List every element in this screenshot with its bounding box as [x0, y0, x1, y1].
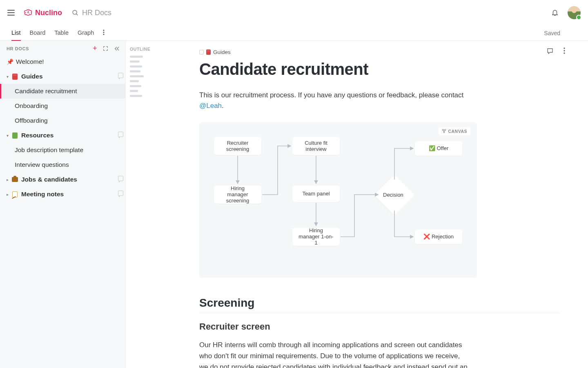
collapse-sidebar-icon[interactable] [114, 46, 120, 51]
outline-title: OUTLINE [130, 47, 150, 52]
section-screening[interactable]: Screening [199, 296, 559, 313]
canvas-node-rejection[interactable]: ❌ Rejection [415, 229, 462, 244]
canvas-node-hiring-mgr-1on1[interactable]: Hiring manager 1-on-1 [292, 228, 340, 246]
sidebar-item-guides[interactable]: ▾ Guides [0, 69, 125, 84]
svg-line-1 [76, 13, 78, 15]
svg-point-3 [103, 31, 105, 33]
svg-point-0 [73, 10, 77, 14]
brand-name: Nuclino [35, 9, 62, 17]
chevron-down-icon: ▾ [7, 74, 11, 79]
search-input[interactable]: HR Docs [72, 9, 111, 17]
doc-intro[interactable]: This is our recruitment process. If you … [199, 90, 477, 112]
sidebar-item-label: Meeting notes [21, 191, 119, 198]
sidebar-item-label: Job description template [15, 146, 120, 154]
expand-icon[interactable] [103, 46, 108, 51]
mention-leah[interactable]: @Leah [199, 102, 222, 110]
canvas-node-culture-fit[interactable]: Culture fit interview [292, 137, 340, 155]
more-icon[interactable] [564, 47, 565, 54]
document-content[interactable]: Guides Candidate recruitment This is our… [154, 41, 588, 368]
sidebar-item-label: Onboarding [15, 102, 120, 110]
body-paragraph[interactable]: Our HR interns will comb through all inc… [199, 339, 469, 368]
sidebar-item-label: Resources [21, 132, 119, 139]
sidebar-item-interview-questions[interactable]: Interview questions [0, 157, 125, 172]
chevron-right-icon: ▸ [7, 177, 11, 182]
add-icon[interactable]: + [93, 47, 97, 50]
chevron-right-icon: ▸ [7, 192, 11, 197]
brand-logo[interactable]: Nuclino [24, 9, 62, 17]
canvas-icon [442, 129, 446, 133]
sidebar-item-candidate-recruitment[interactable]: Candidate recruitment [0, 84, 125, 99]
folder-icon [12, 132, 18, 139]
pin-icon: 📌 [7, 58, 13, 65]
breadcrumb-label: Guides [213, 49, 231, 55]
chevron-down-icon: ▾ [7, 133, 11, 138]
page-title[interactable]: Candidate recruitment [199, 60, 559, 79]
sidebar-item-label: Candidate recruitment [15, 88, 120, 95]
tab-table[interactable]: Table [54, 25, 69, 41]
breadcrumb[interactable]: Guides [199, 49, 559, 55]
folder-icon [12, 74, 18, 80]
sidebar-item-label: Offboarding [15, 117, 120, 124]
svg-point-7 [564, 52, 565, 54]
canvas-node-decision-label: Decision [383, 192, 403, 198]
canvas-node-recruiter-screening[interactable]: Recruiter screening [214, 137, 261, 155]
tab-board[interactable]: Board [30, 25, 46, 41]
sidebar-item-welcome[interactable]: 📌 Welcome! [0, 54, 125, 69]
sidebar-item-label: Guides [21, 73, 119, 80]
subsection-recruiter-screen[interactable]: Recruiter screen [199, 321, 559, 332]
brain-icon [24, 9, 33, 16]
menu-button[interactable] [7, 10, 15, 16]
copy-icon[interactable] [119, 74, 120, 79]
svg-point-2 [103, 29, 105, 31]
svg-point-4 [103, 34, 105, 35]
canvas-node-offer[interactable]: ✅ Offer [415, 141, 462, 156]
canvas-node-hiring-mgr-screening[interactable]: Hiring manager screening [214, 186, 261, 204]
svg-point-5 [564, 47, 565, 49]
canvas-embed[interactable]: CANVAS Recruiter screening Hiring manage… [199, 122, 477, 278]
svg-point-6 [564, 50, 565, 51]
briefcase-icon [12, 177, 18, 182]
sidebar: HR DOCS + 📌 Welcome! ▾ Guides Candidate … [0, 41, 126, 368]
copy-icon[interactable] [119, 177, 120, 182]
copy-icon[interactable] [119, 191, 120, 197]
outline-panel: OUTLINE [126, 41, 154, 368]
folder-icon [206, 49, 211, 55]
sidebar-item-resources[interactable]: ▾ Resources [0, 128, 125, 143]
search-icon [72, 9, 79, 16]
tabs-more-icon[interactable] [103, 29, 105, 37]
tab-list[interactable]: List [11, 25, 21, 41]
sidebar-item-meeting-notes[interactable]: ▸ Meeting notes [0, 187, 125, 202]
canvas-badge: CANVAS [439, 127, 470, 135]
sidebar-item-onboarding[interactable]: Onboarding [0, 99, 125, 113]
canvas-node-team-panel[interactable]: Team panel [292, 186, 340, 202]
sidebar-item-label: Welcome! [16, 58, 120, 65]
notifications-icon[interactable] [551, 9, 559, 17]
sidebar-item-label: Interview questions [15, 161, 120, 168]
comment-icon[interactable] [546, 47, 554, 55]
sidebar-item-label: Jobs & candidates [21, 176, 119, 183]
save-status: Saved [544, 30, 560, 36]
avatar[interactable] [568, 6, 581, 19]
sidebar-header: HR DOCS [7, 46, 29, 51]
sidebar-item-jobs-candidates[interactable]: ▸ Jobs & candidates [0, 172, 125, 187]
search-placeholder: HR Docs [82, 9, 111, 17]
tab-graph[interactable]: Graph [78, 25, 94, 41]
sidebar-item-job-description-template[interactable]: Job description template [0, 143, 125, 157]
copy-icon[interactable] [119, 132, 120, 138]
sidebar-item-offboarding[interactable]: Offboarding [0, 113, 125, 128]
note-icon [12, 191, 18, 197]
checkbox-icon [199, 50, 204, 54]
